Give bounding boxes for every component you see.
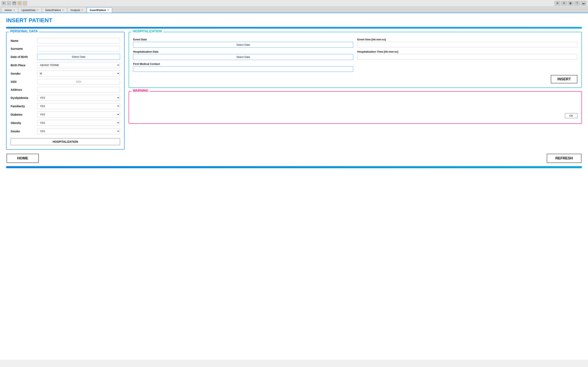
dyslipidemia-label: Dyslipidemia <box>11 96 37 100</box>
hand-icon[interactable]: ✋ <box>17 1 22 5</box>
dyslipidemia-row: Dyslipidemia YES NO <box>11 95 120 101</box>
hosp-time-field: Hospitalization Time [hh:mm:ss] <box>357 50 577 60</box>
layout-icon[interactable]: ▦ <box>568 1 573 6</box>
smoke-select[interactable]: YES NO <box>37 128 120 134</box>
tab-updatedata[interactable]: UpdateData ✕ <box>18 7 42 13</box>
obesity-label: Obesity <box>11 121 37 125</box>
birthplace-row: Birth Place ABANO TERME <box>11 62 120 68</box>
dob-label: Date of Birth <box>11 55 37 58</box>
gender-row: Gender M F <box>11 71 120 76</box>
warning-title: WARNING <box>131 89 150 92</box>
tab-close-home[interactable]: ✕ <box>13 9 15 11</box>
tab-close-selectpatient[interactable]: ✕ <box>62 9 64 11</box>
hospitalization-section: HOSPITALIZATION Event Date Select Date E… <box>129 32 582 88</box>
surname-row: Surname <box>11 46 120 51</box>
smoke-field-container: YES NO <box>37 128 120 134</box>
familiarity-field-container: YES NO <box>37 103 120 109</box>
smoke-label: Smoke <box>11 130 37 133</box>
obesity-field-container: YES NO <box>37 120 120 126</box>
diabetes-field-container: YES NO <box>37 111 120 117</box>
dyslipidemia-field-container: YES NO <box>37 95 120 101</box>
diabetes-row: Diabetes YES NO <box>11 111 120 117</box>
tab-selectpatient[interactable]: SelectPatient ✕ <box>42 7 67 13</box>
name-input[interactable] <box>37 38 120 43</box>
lightning-icon[interactable]: ⚡ <box>23 1 27 5</box>
event-time-field: Event time [hh:mm:ss] <box>357 38 577 48</box>
hosp-time-label: Hospitalization Time [hh:mm:ss] <box>357 50 577 53</box>
event-date-button[interactable]: Select Date <box>133 42 353 48</box>
refresh-button[interactable]: REFRESH <box>547 154 581 163</box>
tab-bar: Home ✕ UpdateData ✕ SelectPatient ✕ Anal… <box>0 7 588 13</box>
ssn-field-container <box>37 79 120 84</box>
event-time-label: Event time [hh:mm:ss] <box>357 38 577 41</box>
warning-text <box>133 95 577 111</box>
tab-close-analysis[interactable]: ✕ <box>81 9 83 11</box>
dob-row: Date of Birth Select Date <box>11 54 120 60</box>
familiarity-select[interactable]: YES NO <box>37 103 120 109</box>
hosp-date-field: Hospitalization Date Select Date <box>133 50 353 60</box>
gender-label: Gender <box>11 72 37 75</box>
bottom-bar <box>6 166 582 168</box>
insert-btn-container: INSERT <box>133 72 577 83</box>
obesity-row: Obesity YES NO <box>11 120 120 126</box>
smoke-row: Smoke YES NO <box>11 128 120 134</box>
home-button[interactable]: HOME <box>7 154 39 163</box>
hospitalization-title: HOSPITALIZATION <box>131 30 163 33</box>
name-field-container <box>37 38 120 43</box>
back-icon[interactable]: ← <box>7 1 11 5</box>
event-time-input[interactable] <box>357 42 577 47</box>
birthplace-field-container: ABANO TERME <box>37 62 120 68</box>
diabetes-select[interactable]: YES NO <box>37 111 120 117</box>
event-date-field: Event Date Select Date <box>133 38 353 48</box>
ssn-row: SSN <box>11 79 120 84</box>
gender-field-container: M F <box>37 71 120 76</box>
warning-section: WARNING OK <box>129 91 582 124</box>
save-icon[interactable]: 💾 <box>12 1 16 5</box>
personal-data-section: PERSONAL DATA Name Surname <box>6 32 125 150</box>
first-medical-input[interactable] <box>133 66 353 72</box>
gender-select[interactable]: M F <box>37 71 120 76</box>
window-controls: ⊞ ⊟ ▦ ❐ ▬ <box>554 1 586 6</box>
main-content: INSERT PATIENT PERSONAL DATA Name Surnam… <box>0 13 588 360</box>
birthplace-label: Birth Place <box>11 64 37 67</box>
diabetes-label: Diabetes <box>11 113 37 116</box>
name-row: Name <box>11 38 120 43</box>
tab-insertpatient[interactable]: InsertPatient ✕ <box>87 7 112 13</box>
tab-close-updatedata[interactable]: ✕ <box>37 9 39 11</box>
tab-close-insertpatient[interactable]: ✕ <box>107 9 109 11</box>
birthplace-select[interactable]: ABANO TERME <box>37 62 120 68</box>
separator-bar <box>6 27 582 29</box>
tab-analysis[interactable]: Analysis ✕ <box>67 7 86 13</box>
insert-button[interactable]: INSERT <box>551 75 577 83</box>
hospitalization-button[interactable]: HOSPITALIZATION <box>11 138 120 145</box>
hosp-date-button[interactable]: Select Date <box>133 54 353 60</box>
title-bar: ✕ ← 💾 ✋ ⚡ ⊞ ⊟ ▦ ❐ ▬ <box>0 0 588 7</box>
personal-data-title: PERSONAL DATA <box>9 30 39 33</box>
split-view-icon[interactable]: ⊟ <box>561 1 567 6</box>
ssn-label: SSN <box>11 80 37 83</box>
close-icon[interactable]: ✕ <box>2 1 6 5</box>
grid-view-icon[interactable]: ⊞ <box>554 1 560 6</box>
surname-input[interactable] <box>37 46 120 51</box>
familiarity-row: Familiarity YES NO <box>11 103 120 109</box>
surname-field-container <box>37 46 120 51</box>
event-date-label: Event Date <box>133 38 353 41</box>
content-layout: PERSONAL DATA Name Surname <box>6 32 582 150</box>
bottom-buttons: HOME REFRESH <box>6 154 582 163</box>
maximize-icon[interactable]: ▬ <box>581 1 586 6</box>
tab-home[interactable]: Home ✕ <box>2 7 18 13</box>
restore-icon[interactable]: ❐ <box>574 1 580 6</box>
dyslipidemia-select[interactable]: YES NO <box>37 95 120 101</box>
ok-button[interactable]: OK <box>565 113 577 118</box>
address-input[interactable] <box>37 87 120 92</box>
obesity-select[interactable]: YES NO <box>37 120 120 126</box>
first-medical-label: First Medical Contact <box>133 62 353 66</box>
ssn-input[interactable] <box>37 79 120 84</box>
address-field-container <box>37 87 120 92</box>
address-row: Address <box>11 87 120 92</box>
familiarity-label: Familiarity <box>11 105 37 108</box>
dob-select-date-button[interactable]: Select Date <box>37 54 120 60</box>
hosp-time-input[interactable] <box>357 54 577 59</box>
hosp-date-label: Hospitalization Date <box>133 50 353 53</box>
page-title: INSERT PATIENT <box>6 17 582 24</box>
